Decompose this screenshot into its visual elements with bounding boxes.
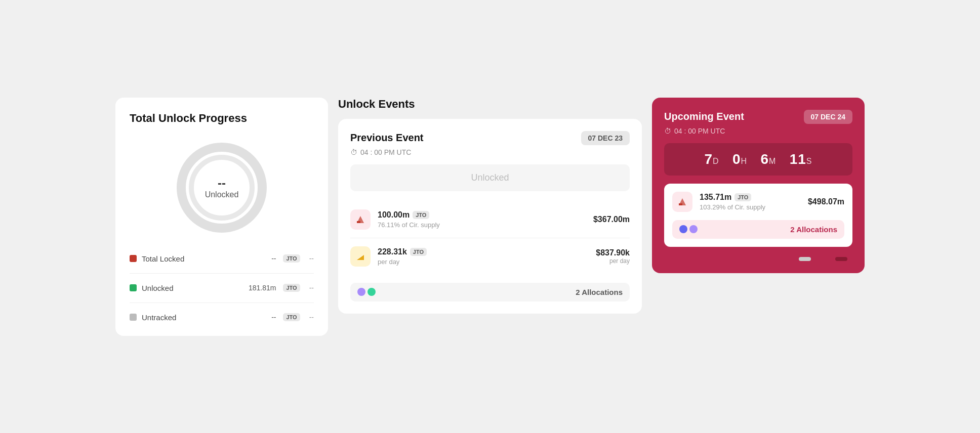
svg-marker-3: [357, 255, 364, 260]
prev-token-badge-1: JTO: [413, 211, 429, 219]
prev-alloc-dots: [357, 288, 376, 296]
prev-allocations-label: 2 Allocations: [381, 288, 623, 296]
prev-token-row-2: 228.31k JTO per day $837.90k per day: [350, 238, 630, 275]
prev-token-rows: 100.00m JTO 76.11% of Cir. supply $367.0…: [350, 201, 630, 275]
page-dot-3[interactable]: [835, 257, 847, 261]
donut-chart: -- Unlocked: [171, 137, 272, 238]
left-card-title: Total Unlock Progress: [130, 112, 314, 125]
upcoming-token-row: 135.71m JTO 103.29% of Cir. supply $498.…: [672, 192, 844, 212]
upcoming-event-time: ⏱ 04 : 00 PM UTC: [664, 127, 852, 135]
upcoming-event-card: Upcoming Event 07 DEC 24 ⏱ 04 : 00 PM UT…: [652, 98, 865, 273]
page-dot-2[interactable]: [815, 257, 831, 261]
locked-value: --: [271, 254, 276, 263]
untracked-badge: JTO: [283, 313, 300, 321]
prev-event-time: ⏱ 04 : 00 PM UTC: [350, 148, 630, 156]
unlocked-extra: --: [309, 284, 314, 292]
prev-token-usd-1: $367.00m: [593, 215, 630, 224]
unlocked-label: Unlocked: [142, 284, 243, 292]
countdown-days-label: D: [713, 157, 719, 165]
countdown-minutes: 6: [760, 151, 769, 167]
upcoming-token-usd: $498.07m: [808, 197, 844, 206]
upcoming-token-sub: 103.29% of Cir. supply: [700, 203, 801, 211]
prev-token-amount-text-1: 100.00m: [378, 210, 410, 220]
upcoming-event-date: 07 DEC 24: [804, 110, 852, 124]
untracked-dot: [130, 314, 137, 321]
legend-item-locked: Total Locked -- JTO --: [130, 254, 314, 263]
upcoming-event-header: Upcoming Event 07 DEC 24: [664, 110, 852, 124]
prev-token-amount-1: 100.00m JTO: [378, 210, 586, 220]
prev-token-row-1: 100.00m JTO 76.11% of Cir. supply $367.0…: [350, 201, 630, 238]
upcoming-token-badge: JTO: [734, 193, 751, 201]
countdown-seconds: 11: [790, 151, 806, 167]
page-dot-1[interactable]: [799, 257, 811, 261]
unlocked-value: 181.81m: [249, 284, 276, 292]
upcoming-alloc-dot-1: [679, 225, 687, 233]
prev-allocations-row[interactable]: 2 Allocations: [350, 283, 630, 301]
locked-extra: --: [309, 254, 314, 263]
countdown-seconds-label: S: [806, 157, 812, 165]
legend-item-unlocked: Unlocked 181.81m JTO --: [130, 284, 314, 292]
svg-rect-4: [679, 203, 682, 205]
main-container: Total Unlock Progress -- Unlocked Total …: [115, 98, 865, 336]
countdown-hours: 0: [732, 151, 741, 167]
donut-container: -- Unlocked: [130, 137, 314, 238]
donut-dash: --: [205, 176, 239, 190]
prev-time-text: 04 : 00 PM UTC: [360, 148, 411, 156]
unlocked-dot: [130, 284, 137, 291]
upcoming-alloc-dot-2: [689, 225, 698, 233]
prev-token-usd-text-2: $837.90k: [596, 248, 630, 257]
prev-token-badge-2: JTO: [410, 248, 427, 256]
upcoming-allocations-label: 2 Allocations: [703, 225, 837, 234]
prev-token-icon-2: [350, 246, 371, 267]
pagination: [664, 257, 852, 261]
divider-1: [130, 273, 314, 274]
prev-event-header: Previous Event 07 DEC 23: [350, 131, 630, 145]
legend-items: Total Locked -- JTO -- Unlocked 181.81m …: [130, 254, 314, 322]
prev-alloc-dot-1: [357, 288, 365, 296]
untracked-extra: --: [309, 313, 314, 321]
divider-2: [130, 302, 314, 303]
untracked-label: Untracked: [142, 313, 266, 322]
svg-rect-2: [357, 221, 360, 223]
unlocked-badge: JTO: [283, 284, 300, 292]
upcoming-inner-card: 135.71m JTO 103.29% of Cir. supply $498.…: [664, 184, 852, 247]
upcoming-time-text: 04 : 00 PM UTC: [674, 127, 725, 135]
countdown-hours-label: H: [741, 157, 748, 165]
upcoming-token-amount: 135.71m JTO: [700, 193, 801, 202]
upcoming-token-icon: [672, 192, 692, 212]
upcoming-allocations-row[interactable]: 2 Allocations: [672, 220, 844, 239]
middle-section: Unlock Events Previous Event 07 DEC 23 ⏱…: [338, 98, 642, 314]
prev-event-title: Previous Event: [350, 132, 424, 144]
countdown-minutes-label: M: [769, 157, 776, 165]
prev-token-amount-2: 228.31k JTO: [378, 247, 589, 256]
prev-token-amount-text-2: 228.31k: [378, 247, 407, 256]
prev-token-sub-1: 76.11% of Cir. supply: [378, 221, 586, 229]
prev-alloc-dot-2: [368, 288, 376, 296]
legend-item-untracked: Untracked -- JTO --: [130, 313, 314, 322]
countdown-box: 7D 0H 6M 11S: [664, 143, 852, 176]
prev-token-sub-2: per day: [378, 258, 589, 266]
upcoming-event-title: Upcoming Event: [664, 111, 744, 122]
clock-icon: ⏱: [350, 148, 357, 156]
prev-event-date: 07 DEC 23: [581, 131, 630, 145]
total-unlock-card: Total Unlock Progress -- Unlocked Total …: [115, 98, 328, 336]
prev-token-info-2: 228.31k JTO per day: [378, 247, 589, 266]
upcoming-clock-icon: ⏱: [664, 127, 671, 135]
untracked-value: --: [271, 313, 276, 321]
upcoming-amount-text: 135.71m: [700, 193, 731, 202]
locked-label: Total Locked: [142, 254, 266, 263]
locked-dot: [130, 255, 137, 262]
locked-badge: JTO: [283, 254, 300, 263]
upcoming-token-info: 135.71m JTO 103.29% of Cir. supply: [700, 193, 801, 211]
upcoming-alloc-dots: [679, 225, 698, 233]
donut-center: -- Unlocked: [205, 176, 239, 199]
prev-token-icon-1: [350, 209, 371, 230]
section-title: Unlock Events: [338, 98, 642, 111]
countdown-days: 7: [704, 151, 713, 167]
prev-token-usd-2: $837.90k per day: [596, 248, 630, 265]
previous-event-card: Previous Event 07 DEC 23 ⏱ 04 : 00 PM UT…: [338, 119, 642, 314]
prev-token-info-1: 100.00m JTO 76.11% of Cir. supply: [378, 210, 586, 229]
prev-token-usd-sub-2: per day: [596, 257, 630, 265]
donut-label-text: Unlocked: [205, 190, 239, 199]
unlocked-status-button: Unlocked: [350, 164, 630, 191]
